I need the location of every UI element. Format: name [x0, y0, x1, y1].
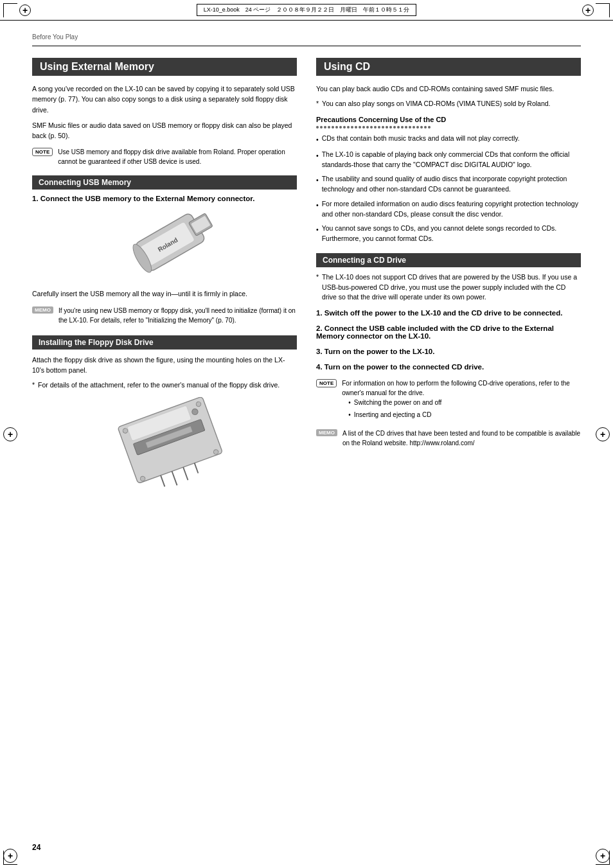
usb-step1-header: 1. Connect the USB memory to the Externa… — [32, 195, 297, 202]
bullet-2: • — [316, 151, 319, 170]
sub-bullet-sym-2: • — [348, 410, 351, 420]
left-note-box: NOTE Use USB memory and floppy disk driv… — [32, 147, 297, 166]
left-intro-text2: SMF Music files or audio data saved on U… — [32, 120, 297, 141]
prec-text-2: The LX-10 is capable of playing back onl… — [322, 150, 581, 170]
svg-line-15 — [161, 475, 164, 487]
prec-dot-27 — [416, 126, 419, 128]
prec-dot-22 — [397, 126, 400, 128]
prec-dot-23 — [401, 126, 404, 128]
left-intro-text1: A song you've recorded on the LX-10 can … — [32, 84, 297, 115]
section-label: Before You Play — [32, 33, 581, 40]
cd-asterisk-sym: * — [316, 272, 319, 303]
right-intro-text: You can play back audio CDs and CD-ROMs … — [316, 84, 581, 94]
cd-note-sub1: • Switching the power on and off — [348, 398, 581, 407]
prec-dot-16 — [374, 126, 377, 128]
cd-drive-section: Connecting a CD Drive * The LX-10 does n… — [316, 253, 581, 448]
prec-text-4: For more detailed information on audio d… — [322, 199, 581, 220]
right-asterisk-sym: * — [316, 99, 319, 109]
prec-dot-20 — [389, 126, 392, 128]
prec-dot-2 — [320, 126, 323, 128]
cd-step3-number: 3. — [316, 348, 323, 355]
prec-dot-11 — [355, 126, 357, 128]
prec-dot-24 — [405, 126, 407, 128]
svg-line-18 — [195, 463, 199, 474]
prec-dot-12 — [359, 126, 361, 128]
content-area: Before You Play Using External Memory A … — [0, 21, 613, 508]
cd-step2-header: 2. Connect the USB cable included with t… — [316, 324, 581, 340]
prec-item-1: • CDs that contain both music tracks and… — [316, 134, 581, 145]
bullet-4: • — [316, 200, 319, 220]
prec-item-4: • For more detailed information on audio… — [316, 199, 581, 220]
cd-step1: 1. Switch off the power to the LX-10 and… — [316, 309, 581, 317]
top-bar-text: LX-10_e.book 24 ページ ２００８年９月２２日 月曜日 午前１０時… — [197, 4, 417, 16]
cd-step2-title: Connect the USB cable included with the … — [316, 324, 554, 340]
usb-memo-box: MEMO If you're using new USB memory or f… — [32, 306, 297, 325]
left-column: Using External Memory A song you've reco… — [32, 58, 297, 495]
usb-step1-title: Connect the USB memory to the External M… — [40, 195, 255, 202]
bullet-3: • — [316, 175, 319, 195]
memo-label-cd: MEMO — [316, 429, 337, 436]
bullet-5: • — [316, 225, 319, 244]
bullet-1: • — [316, 135, 319, 145]
prec-dot-7 — [339, 126, 342, 128]
prec-item-5: • You cannot save songs to CDs, and you … — [316, 224, 581, 244]
prec-dot-13 — [362, 126, 365, 128]
note-label: NOTE — [32, 148, 53, 156]
svg-line-17 — [183, 467, 188, 480]
bottom-reg-right: + — [596, 849, 610, 863]
two-col-layout: Using External Memory A song you've reco… — [32, 58, 581, 495]
prec-dot-8 — [343, 126, 346, 128]
cd-step4-number: 4. — [316, 363, 323, 371]
prec-dot-6 — [335, 126, 338, 128]
prec-dot-30 — [428, 126, 431, 128]
precautions-title: Precautions Concerning Use of the CD — [316, 116, 581, 123]
floppy-asterisk-text: For details of the attachment, refer to … — [38, 380, 280, 391]
connecting-usb-header: Connecting USB Memory — [32, 175, 297, 190]
cd-drive-header: Connecting a CD Drive — [316, 253, 581, 267]
top-bar: LX-10_e.book 24 ページ ２００８年９月２２日 月曜日 午前１０時… — [0, 0, 613, 21]
prec-dot-4 — [328, 126, 330, 128]
side-reg-left: + — [3, 427, 17, 441]
top-reg-right — [582, 4, 594, 16]
cd-step1-title: Switch off the power to the LX-10 and th… — [324, 309, 563, 317]
cd-note-sub1-text: Switching the power on and off — [354, 398, 442, 407]
cd-asterisk: * The LX-10 does not support CD drives t… — [316, 272, 581, 303]
svg-line-16 — [172, 471, 177, 485]
prec-dot-19 — [386, 126, 388, 128]
cd-note-sub2-text: Inserting and ejecting a CD — [354, 410, 432, 420]
prec-dot-1 — [316, 126, 319, 128]
floppy-image-container — [32, 397, 297, 488]
cd-step1-header: 1. Switch off the power to the LX-10 and… — [316, 309, 581, 317]
usb-step1-number: 1. — [32, 195, 39, 202]
prec-dot-28 — [420, 126, 423, 128]
prec-dot-18 — [382, 126, 384, 128]
cd-note-text: For information on how to perform the fo… — [342, 380, 570, 396]
prec-dot-17 — [378, 126, 380, 128]
memo-label-usb: MEMO — [32, 306, 53, 314]
usb-image-container: Roland — [32, 210, 297, 282]
cd-step4: 4. Turn on the power to the connected CD… — [316, 363, 581, 371]
prec-dot-25 — [409, 126, 411, 128]
page-number: 24 — [32, 843, 40, 852]
floppy-section: Installing the Floppy Disk Drive Attach … — [32, 335, 297, 488]
floppy-body: Attach the floppy disk drive as shown th… — [32, 355, 297, 376]
prec-dot-9 — [347, 126, 350, 128]
usb-memo-text: If you're using new USB memory or floppy… — [58, 306, 297, 325]
left-note-text: Use USB memory and floppy disk drive ava… — [58, 147, 297, 166]
cd-step3-title: Turn on the power to the LX-10. — [324, 348, 435, 355]
usb-drive-image: Roland — [107, 210, 222, 281]
prec-dot-15 — [370, 126, 373, 128]
precautions-dots — [316, 126, 581, 128]
connecting-usb-section: Connecting USB Memory 1. Connect the USB… — [32, 175, 297, 324]
cd-step3-header: 3. Turn on the power to the LX-10. — [316, 348, 581, 355]
cd-step1-number: 1. — [316, 309, 323, 317]
prec-dot-29 — [424, 126, 427, 128]
bottom-reg-left: + — [3, 849, 17, 863]
cd-note-sub2: • Inserting and ejecting a CD — [348, 410, 581, 420]
note-label-cd: NOTE — [316, 379, 337, 387]
cd-memo-box: MEMO A list of the CD drives that have b… — [316, 429, 581, 448]
top-reg-left — [19, 4, 31, 16]
page: + + + + LX-10_e.book 24 ページ ２００８年９月２２日 月… — [0, 0, 613, 868]
prec-text-3: The usability and sound quality of audio… — [322, 174, 581, 195]
precautions-section: Precautions Concerning Use of the CD — [316, 116, 581, 244]
